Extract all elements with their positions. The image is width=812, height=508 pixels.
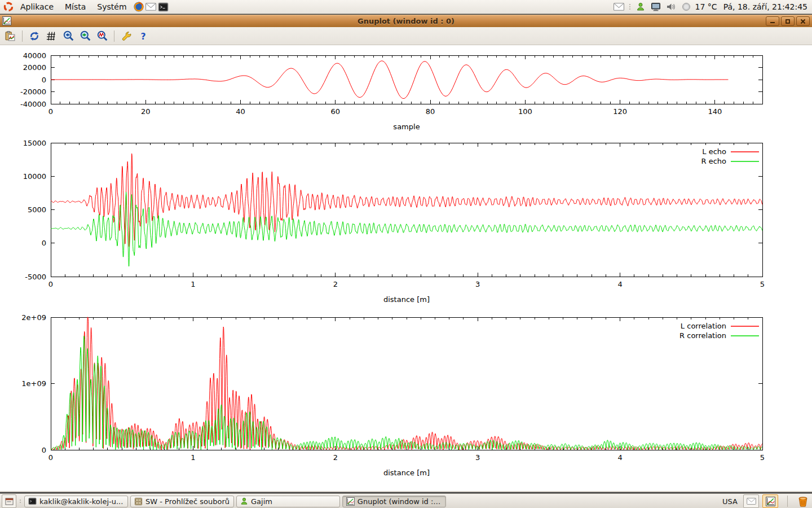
panel-left: Aplikace Místa Systém xyxy=(0,0,170,14)
task-label: Gajim xyxy=(251,497,272,506)
task-label: SW - Prohlížeč souborů xyxy=(145,497,230,506)
svg-text:20000: 20000 xyxy=(23,63,46,72)
menu-places[interactable]: Místa xyxy=(59,0,91,14)
window-list-icon[interactable] xyxy=(2,494,16,508)
mail-icon[interactable] xyxy=(145,1,157,13)
maximize-button[interactable] xyxy=(781,16,795,26)
weather-temperature[interactable]: 17 °C xyxy=(695,2,717,11)
task-gajim[interactable]: Gajim xyxy=(236,496,340,507)
minimize-button[interactable] xyxy=(766,16,779,26)
svg-text:distance [m]: distance [m] xyxy=(383,468,430,477)
svg-text:0: 0 xyxy=(42,239,46,247)
settings-wrench-icon[interactable] xyxy=(120,29,133,43)
copy-to-clipboard-icon[interactable] xyxy=(3,29,17,43)
taskbar-tray: USA xyxy=(720,494,812,508)
svg-text:5: 5 xyxy=(760,280,765,288)
svg-text:100: 100 xyxy=(518,107,532,116)
top-panel: Aplikace Místa Systém xyxy=(0,0,812,14)
svg-text:3: 3 xyxy=(475,453,480,462)
window-bottom-edge xyxy=(0,491,812,492)
tray-grip[interactable] xyxy=(629,4,630,10)
replot-icon[interactable] xyxy=(28,29,41,43)
menu-system[interactable]: Systém xyxy=(91,0,132,14)
plot-canvas[interactable]: 020406080100120140-40000-200000200004000… xyxy=(0,45,812,491)
svg-text:sample: sample xyxy=(393,122,420,131)
svg-text:5: 5 xyxy=(760,453,765,462)
tray-mail-button[interactable] xyxy=(743,494,759,508)
taskbar: kaklik@kaklik-kolej-u... SW - Prohlížeč … xyxy=(0,493,812,508)
task-label: Gnuplot (window id : 0) xyxy=(358,497,442,506)
svg-text:80: 80 xyxy=(426,107,435,116)
weather-icon[interactable] xyxy=(680,1,692,13)
correlation-plot: 01234501e+092e+09distance [m]L correlati… xyxy=(21,313,765,478)
task-terminal[interactable]: kaklik@kaklik-kolej-u... xyxy=(24,496,128,507)
svg-text:0: 0 xyxy=(48,280,53,288)
svg-text:R correlation: R correlation xyxy=(679,331,726,340)
svg-text:1e+09: 1e+09 xyxy=(21,379,46,388)
svg-text:2: 2 xyxy=(333,453,338,462)
zoom-next-icon[interactable] xyxy=(78,29,92,43)
svg-text:R echo: R echo xyxy=(701,157,726,165)
svg-text:2e+09: 2e+09 xyxy=(21,313,46,322)
tray-mail-icon[interactable] xyxy=(613,1,625,13)
svg-text:3: 3 xyxy=(475,280,480,288)
taskbar-grip xyxy=(20,500,21,503)
toggle-grid-icon[interactable] xyxy=(45,29,58,43)
svg-text:5000: 5000 xyxy=(28,205,46,214)
zoom-previous-icon[interactable] xyxy=(61,29,75,43)
svg-text:1: 1 xyxy=(191,453,195,462)
svg-text:10000: 10000 xyxy=(23,172,46,181)
ubuntu-logo-icon[interactable] xyxy=(2,1,15,13)
gnuplot-toolbar: ? xyxy=(0,27,812,45)
plots: 020406080100120140-40000-200000200004000… xyxy=(0,45,812,491)
sample-plot: 020406080100120140-40000-200000200004000… xyxy=(20,51,762,132)
svg-text:4: 4 xyxy=(617,453,622,462)
echo-plot: 012345-5000050001000015000distance [m]L … xyxy=(23,139,765,304)
gnuplot-window: Gnuplot (window id : 0) xyxy=(0,15,812,492)
svg-text:15000: 15000 xyxy=(23,139,46,147)
svg-text:40: 40 xyxy=(236,107,245,116)
task-gnuplot[interactable]: Gnuplot (window id : 0) xyxy=(342,496,446,507)
keyboard-layout-indicator[interactable]: USA xyxy=(720,497,740,506)
zoom-region-icon[interactable] xyxy=(95,29,109,43)
task-file-manager[interactable]: SW - Prohlížeč souborů xyxy=(130,496,234,507)
svg-text:0: 0 xyxy=(48,453,53,462)
svg-text:4: 4 xyxy=(617,280,622,288)
clock[interactable]: Pá, 18. září, 21:42:45 xyxy=(720,2,807,11)
svg-text:140: 140 xyxy=(708,107,722,116)
firefox-icon[interactable] xyxy=(133,1,145,13)
svg-text:L correlation: L correlation xyxy=(681,322,726,330)
series-l-correlation xyxy=(51,317,762,450)
titlebar[interactable]: Gnuplot (window id : 0) xyxy=(0,15,812,27)
series-l-echo xyxy=(51,154,762,247)
svg-text:-40000: -40000 xyxy=(20,100,46,108)
plot-frame xyxy=(51,317,762,450)
svg-text:0: 0 xyxy=(48,107,53,116)
svg-text:2: 2 xyxy=(333,280,338,288)
svg-text:-5000: -5000 xyxy=(25,273,46,281)
svg-text:0: 0 xyxy=(42,76,46,84)
task-label: kaklik@kaklik-kolej-u... xyxy=(39,497,123,506)
tray-gnuplot-button[interactable] xyxy=(762,494,778,508)
window-title: Gnuplot (window id : 0) xyxy=(0,17,812,25)
help-icon[interactable]: ? xyxy=(136,29,150,43)
terminal-icon[interactable] xyxy=(157,1,170,13)
taskbar-window-list: kaklik@kaklik-kolej-u... SW - Prohlížeč … xyxy=(0,494,720,508)
svg-text:0: 0 xyxy=(42,446,46,454)
presence-icon[interactable] xyxy=(634,1,647,13)
menu-applications[interactable]: Aplikace xyxy=(15,0,59,14)
series-signal xyxy=(51,61,728,99)
svg-text:60: 60 xyxy=(331,107,341,116)
close-button[interactable] xyxy=(796,16,810,26)
svg-text:1: 1 xyxy=(191,280,195,288)
series-r-correlation xyxy=(51,336,762,450)
trash-icon[interactable] xyxy=(797,495,809,507)
volume-icon[interactable] xyxy=(665,1,677,13)
svg-text:?: ? xyxy=(140,31,145,41)
svg-text:L echo: L echo xyxy=(702,147,726,156)
gnuplot-window-icon xyxy=(2,16,11,25)
display-icon[interactable] xyxy=(650,1,662,13)
svg-text:120: 120 xyxy=(613,107,627,116)
panel-right: 17 °C Pá, 18. září, 21:42:45 xyxy=(613,0,812,14)
svg-text:20: 20 xyxy=(141,107,151,116)
